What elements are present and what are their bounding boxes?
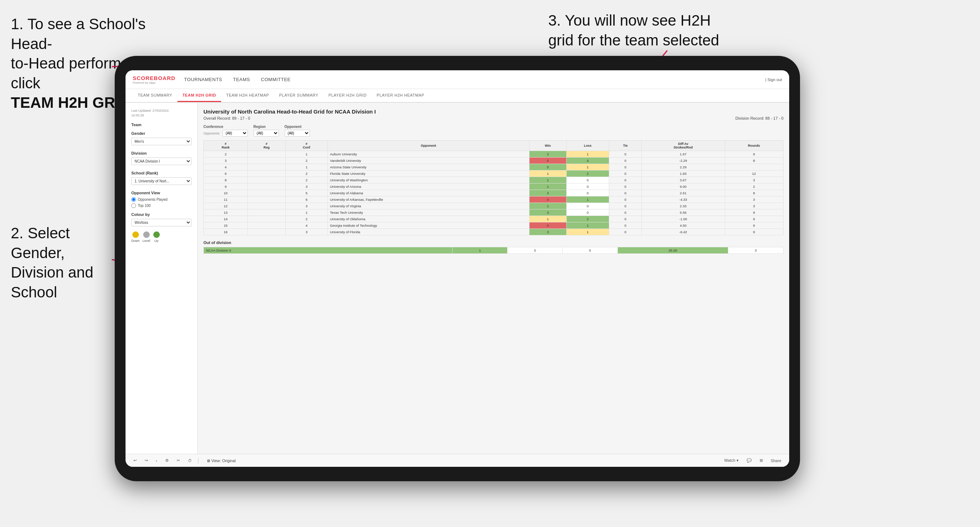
col-tie: Tie xyxy=(609,141,642,151)
tablet-device: SCOREBOARD Powered by clippi TOURNAMENTS… xyxy=(115,56,800,481)
table-row: 14 2 University of Oklahoma 1 2 0 -1.00 … xyxy=(204,216,783,222)
h2h-table: #Rank #Reg #Conf Opponent Win Loss Tie D… xyxy=(204,140,783,235)
table-row: 16 3 University of Florida 3 1 0 -6.42 9 xyxy=(204,229,783,235)
region-filter: Region (All) xyxy=(254,125,279,137)
ann2-line3: School xyxy=(11,284,57,301)
legend-up: Up xyxy=(153,232,160,243)
nav-tournaments[interactable]: TOURNAMENTS xyxy=(184,75,222,84)
toolbar: ↩ ↪ ‹ ⚙ ✂ ⏱ | 🖥 View: Original Watch ▾ 💬… xyxy=(126,454,789,467)
settings-btn[interactable]: ⚙ xyxy=(163,457,171,464)
table-row: 15 4 Georgia Institute of Technology 0 1… xyxy=(204,222,783,229)
last-updated: Last Updated: 27/03/2024 16:55:38 xyxy=(131,108,191,117)
subnav-player-summary[interactable]: PLAYER SUMMARY xyxy=(274,89,323,102)
ann2-line1: 2. Select Gender, xyxy=(11,225,70,261)
conference-filter-row: Opponents: (All) xyxy=(204,130,248,137)
colour-by-select[interactable]: Win/loss xyxy=(131,219,191,226)
radio-opponents-played[interactable]: Opponents Played xyxy=(131,197,191,202)
conference-select[interactable]: (All) xyxy=(223,130,248,137)
ann3-line1: 3. You will now see H2H xyxy=(548,12,711,29)
col-rank: #Rank xyxy=(204,141,248,151)
table-row: 3 2 Vanderbilt University 0 4 0 -2.29 8 xyxy=(204,157,783,164)
grid-records: Overall Record: 89 - 17 - 0 Division Rec… xyxy=(204,116,783,121)
division-label: Division xyxy=(131,151,191,156)
table-row: 4 1 Arizona State University 5 1 0 2.29 xyxy=(204,164,783,170)
out-of-division-header: Out of division xyxy=(204,240,783,245)
subnav-team-h2h-heatmap[interactable]: TEAM H2H HEATMAP xyxy=(221,89,274,102)
subnav-player-h2h-heatmap[interactable]: PLAYER H2H HEATMAP xyxy=(372,89,429,102)
watch-btn[interactable]: Watch ▾ xyxy=(722,457,741,464)
nav-committee[interactable]: COMMITTEE xyxy=(261,75,291,84)
table-row: 13 1 Texas Tech University 3 0 0 5.56 9 xyxy=(204,210,783,216)
school-select[interactable]: 1. University of Nort... xyxy=(131,177,191,185)
colour-by-label: Colour by xyxy=(131,212,191,217)
subnav-player-h2h-grid[interactable]: PLAYER H2H GRID xyxy=(323,89,372,102)
table-header-row: #Rank #Reg #Conf Opponent Win Loss Tie D… xyxy=(204,141,783,151)
grid-view-btn[interactable]: ⊞ xyxy=(757,457,765,464)
col-conf: #Conf xyxy=(285,141,328,151)
gender-label: Gender xyxy=(131,131,191,135)
toolbar-right: Watch ▾ 💬 ⊞ Share xyxy=(722,457,783,464)
colour-legend: Down Level Up xyxy=(131,232,191,243)
table-row: 2 1 Auburn University 2 1 0 1.67 9 xyxy=(204,151,783,157)
out-division-rounds: 3 xyxy=(728,247,783,254)
table-row: 8 2 University of Washington 1 0 0 3.67 … xyxy=(204,177,783,184)
col-reg: #Reg xyxy=(248,141,286,151)
out-division-tie: 0 xyxy=(562,247,617,254)
opponent-select[interactable]: (All) xyxy=(285,130,310,137)
tablet-screen: SCOREBOARD Powered by clippi TOURNAMENTS… xyxy=(126,70,789,467)
col-diff: Diff AvStrokes/Rnd xyxy=(642,141,725,151)
col-loss: Loss xyxy=(566,141,609,151)
table-row: 10 5 University of Alabama 3 0 0 2.61 8 xyxy=(204,190,783,197)
time-btn[interactable]: ⏱ xyxy=(186,457,194,464)
nav-teams[interactable]: TEAMS xyxy=(233,75,250,84)
out-division-diff: 26.00 xyxy=(617,247,728,254)
share-btn[interactable]: Share xyxy=(768,457,783,464)
col-opponent: Opponent xyxy=(328,141,529,151)
annotation-3: 3. You will now see H2H grid for the tea… xyxy=(548,11,719,50)
redo-btn[interactable]: ↪ xyxy=(143,457,150,464)
ann1-bold: TEAM H2H GRID xyxy=(11,94,130,111)
signin-link[interactable]: | Sign out xyxy=(765,78,782,82)
radio-top100[interactable]: Top 100 xyxy=(131,203,191,208)
conference-filter: Conference Opponents: (All) xyxy=(204,125,248,137)
division-select[interactable]: NCAA Division I xyxy=(131,157,191,165)
comment-btn[interactable]: 💬 xyxy=(745,457,754,464)
out-division-win: 1 xyxy=(452,247,508,254)
school-label: School (Rank) xyxy=(131,171,191,175)
nav-items: TOURNAMENTS TEAMS COMMITTEE xyxy=(184,75,765,84)
table-row: 6 2 Florida State University 1 2 0 1.83 … xyxy=(204,170,783,177)
col-win: Win xyxy=(529,141,566,151)
division-record: Division Record: 88 - 17 - 0 xyxy=(735,116,783,121)
sidebar: Last Updated: 27/03/2024 16:55:38 Team G… xyxy=(126,103,198,454)
filter-row: Conference Opponents: (All) Region (All) xyxy=(204,125,783,137)
grid-area: University of North Carolina Head-to-Hea… xyxy=(198,103,789,454)
opponent-filter: Opponent (All) xyxy=(285,125,310,137)
out-division-row: NCAA Division II 1 0 0 26.00 3 xyxy=(204,247,783,254)
view-label: 🖥 View: Original xyxy=(206,459,236,463)
subnav-team-summary[interactable]: TEAM SUMMARY xyxy=(133,89,177,102)
out-division-table: NCAA Division II 1 0 0 26.00 3 xyxy=(204,247,783,254)
opponent-view-group: Opponents Played Top 100 xyxy=(131,197,191,208)
col-rounds: Rounds xyxy=(725,141,783,151)
back-btn[interactable]: ‹ xyxy=(154,457,159,464)
toolbar-sep1: | xyxy=(198,457,199,464)
subnav-team-h2h-grid[interactable]: TEAM H2H GRID xyxy=(177,89,221,102)
table-row: 9 3 University of Arizona 1 0 0 9.00 2 xyxy=(204,184,783,190)
legend-level-dot xyxy=(143,232,150,238)
opponent-view-label: Opponent View xyxy=(131,191,191,195)
grid-title: University of North Carolina Head-to-Hea… xyxy=(204,108,783,114)
legend-level: Level xyxy=(143,232,150,243)
gender-select[interactable]: Men's xyxy=(131,138,191,145)
navbar: SCOREBOARD Powered by clippi TOURNAMENTS… xyxy=(126,70,789,89)
out-division-division: NCAA Division II xyxy=(204,247,453,254)
table-row: 12 3 University of Virginia 1 0 0 2.33 3 xyxy=(204,203,783,210)
ann2-line2: Division and xyxy=(11,264,94,281)
region-select[interactable]: (All) xyxy=(254,130,279,137)
logo: SCOREBOARD Powered by clippi xyxy=(133,75,175,84)
overall-record: Overall Record: 89 - 17 - 0 xyxy=(204,116,250,121)
legend-down-dot xyxy=(132,232,139,238)
crop-btn[interactable]: ✂ xyxy=(175,457,182,464)
undo-btn[interactable]: ↩ xyxy=(131,457,139,464)
out-division-loss: 0 xyxy=(508,247,563,254)
ann3-line2: grid for the team selected xyxy=(548,32,719,49)
